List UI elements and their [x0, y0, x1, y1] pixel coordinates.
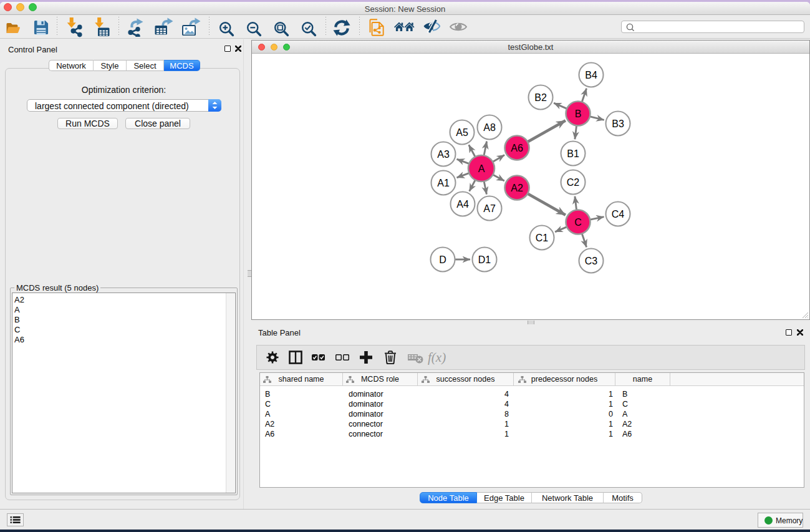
- svg-text:B1: B1: [567, 148, 579, 159]
- svg-text:A3: A3: [437, 149, 450, 160]
- svg-text:C3: C3: [585, 256, 598, 266]
- svg-text:C1: C1: [536, 233, 549, 243]
- svg-text:B: B: [575, 109, 582, 119]
- svg-text:B2: B2: [534, 92, 547, 103]
- svg-text:D: D: [439, 254, 446, 265]
- svg-text:C: C: [574, 217, 582, 228]
- svg-text:A6: A6: [511, 143, 523, 153]
- svg-text:A4: A4: [456, 199, 469, 210]
- svg-text:A2: A2: [511, 183, 523, 193]
- svg-text:D1: D1: [478, 254, 491, 265]
- svg-text:A7: A7: [483, 203, 496, 214]
- svg-text:B3: B3: [612, 118, 624, 129]
- svg-text:C4: C4: [612, 209, 625, 220]
- svg-text:A5: A5: [456, 127, 468, 138]
- svg-text:A: A: [478, 163, 485, 174]
- svg-text:A8: A8: [483, 122, 496, 133]
- svg-text:B4: B4: [585, 70, 597, 80]
- svg-text:A1: A1: [437, 178, 450, 188]
- svg-text:C2: C2: [567, 177, 580, 188]
